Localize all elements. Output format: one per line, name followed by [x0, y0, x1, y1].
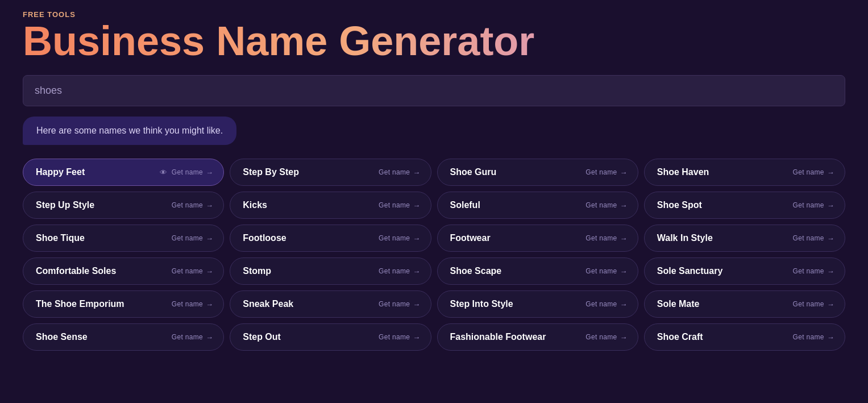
name-card-label-step-by-step: Step By Step [243, 167, 299, 177]
name-card-sneak-peak[interactable]: Sneak PeakGet name → [230, 290, 431, 318]
arrow-icon: → [620, 168, 627, 177]
arrow-icon: → [620, 267, 627, 276]
name-card-label-footloose: Footloose [243, 233, 286, 243]
arrow-icon: → [827, 234, 834, 243]
name-card-label-shoe-haven: Shoe Haven [657, 167, 709, 177]
arrow-icon: → [206, 333, 213, 342]
name-card-action-step-up-style[interactable]: Get name → [172, 201, 213, 210]
name-card-action-shoe-scape[interactable]: Get name → [585, 267, 627, 276]
name-card-label-sole-sanctuary: Sole Sanctuary [657, 266, 723, 276]
name-card-label-step-into-style: Step Into Style [450, 299, 513, 309]
arrow-icon: → [827, 267, 834, 276]
name-card-sole-mate[interactable]: Sole MateGet name → [644, 290, 845, 318]
name-card-action-shoe-spot[interactable]: Get name → [793, 201, 834, 210]
arrow-icon: → [827, 333, 834, 342]
name-card-action-walk-in-style[interactable]: Get name → [793, 234, 834, 243]
search-bar-wrapper [0, 75, 868, 106]
arrow-icon: → [827, 300, 834, 309]
name-card-label-shoe-spot: Shoe Spot [657, 200, 702, 210]
name-card-action-shoe-guru[interactable]: Get name → [585, 168, 627, 177]
search-input[interactable] [23, 75, 845, 106]
name-card-kicks[interactable]: KicksGet name → [230, 192, 431, 219]
name-card-label-shoe-scape: Shoe Scape [450, 266, 502, 276]
arrow-icon: → [206, 168, 213, 177]
name-card-action-soleful[interactable]: Get name → [585, 201, 627, 210]
name-card-action-fashionable-footwear[interactable]: Get name → [585, 333, 627, 342]
name-card-action-stomp[interactable]: Get name → [379, 267, 420, 276]
arrow-icon: → [413, 234, 420, 243]
name-card-action-shoe-sense[interactable]: Get name → [172, 333, 213, 342]
name-card-label-shoe-sense: Shoe Sense [36, 332, 88, 342]
name-card-shoe-craft[interactable]: Shoe CraftGet name → [644, 323, 845, 351]
name-card-label-fashionable-footwear: Fashionable Footwear [450, 332, 546, 342]
name-card-shoe-tique[interactable]: Shoe TiqueGet name → [23, 225, 224, 252]
name-card-action-the-shoe-emporium[interactable]: Get name → [172, 300, 213, 309]
name-card-action-shoe-haven[interactable]: Get name → [793, 168, 834, 177]
name-card-soleful[interactable]: SolefulGet name → [437, 192, 638, 219]
name-card-step-by-step[interactable]: Step By StepGet name → [230, 159, 431, 186]
name-card-label-happy-feet: Happy Feet [36, 167, 85, 177]
name-card-label-sole-mate: Sole Mate [657, 299, 700, 309]
name-card-action-happy-feet[interactable]: 👁Get name → [160, 168, 214, 177]
name-card-action-step-out[interactable]: Get name → [379, 333, 420, 342]
name-card-label-footwear: Footwear [450, 233, 491, 243]
arrow-icon: → [827, 201, 834, 210]
name-card-shoe-spot[interactable]: Shoe SpotGet name → [644, 192, 845, 219]
name-card-comfortable-soles[interactable]: Comfortable SolesGet name → [23, 257, 224, 285]
arrow-icon: → [206, 234, 213, 243]
name-card-action-kicks[interactable]: Get name → [379, 201, 420, 210]
name-card-action-footwear[interactable]: Get name → [585, 234, 627, 243]
name-card-the-shoe-emporium[interactable]: The Shoe EmporiumGet name → [23, 290, 224, 318]
name-card-footwear[interactable]: FootwearGet name → [437, 225, 638, 252]
name-card-fashionable-footwear[interactable]: Fashionable FootwearGet name → [437, 323, 638, 351]
name-card-sole-sanctuary[interactable]: Sole SanctuaryGet name → [644, 257, 845, 285]
arrow-icon: → [413, 201, 420, 210]
name-card-label-the-shoe-emporium: The Shoe Emporium [36, 299, 124, 309]
name-card-step-out[interactable]: Step OutGet name → [230, 323, 431, 351]
arrow-icon: → [413, 267, 420, 276]
name-card-action-comfortable-soles[interactable]: Get name → [172, 267, 213, 276]
name-card-step-up-style[interactable]: Step Up StyleGet name → [23, 192, 224, 219]
name-card-action-shoe-tique[interactable]: Get name → [172, 234, 213, 243]
name-card-stomp[interactable]: StompGet name → [230, 257, 431, 285]
name-card-step-into-style[interactable]: Step Into StyleGet name → [437, 290, 638, 318]
arrow-icon: → [206, 201, 213, 210]
arrow-icon: → [206, 300, 213, 309]
arrow-icon: → [413, 333, 420, 342]
free-tools-label: FREE TOOLS [23, 10, 845, 19]
name-card-shoe-sense[interactable]: Shoe SenseGet name → [23, 323, 224, 351]
name-card-footloose[interactable]: FootlooseGet name → [230, 225, 431, 252]
name-card-action-sole-mate[interactable]: Get name → [793, 300, 834, 309]
arrow-icon: → [413, 300, 420, 309]
arrow-icon: → [620, 201, 627, 210]
name-card-label-shoe-guru: Shoe Guru [450, 167, 497, 177]
name-card-label-shoe-craft: Shoe Craft [657, 332, 703, 342]
arrow-icon: → [620, 234, 627, 243]
name-card-action-sole-sanctuary[interactable]: Get name → [793, 267, 834, 276]
name-card-label-walk-in-style: Walk In Style [657, 233, 713, 243]
arrow-icon: → [620, 333, 627, 342]
name-card-action-footloose[interactable]: Get name → [379, 234, 420, 243]
name-card-label-shoe-tique: Shoe Tique [36, 233, 85, 243]
names-grid: Happy Feet👁Get name →Step By StepGet nam… [0, 159, 868, 351]
name-card-label-step-up-style: Step Up Style [36, 200, 94, 210]
main-title: Business Name Generator [23, 19, 845, 64]
arrow-icon: → [827, 168, 834, 177]
name-card-action-step-by-step[interactable]: Get name → [379, 168, 420, 177]
name-card-shoe-haven[interactable]: Shoe HavenGet name → [644, 159, 845, 186]
arrow-icon: → [620, 300, 627, 309]
header: FREE TOOLS Business Name Generator [0, 0, 868, 75]
arrow-icon: → [206, 267, 213, 276]
name-card-label-step-out: Step Out [243, 332, 281, 342]
name-card-walk-in-style[interactable]: Walk In StyleGet name → [644, 225, 845, 252]
name-card-happy-feet[interactable]: Happy Feet👁Get name → [23, 159, 224, 186]
name-card-shoe-scape[interactable]: Shoe ScapeGet name → [437, 257, 638, 285]
name-card-label-comfortable-soles: Comfortable Soles [36, 266, 116, 276]
name-card-label-soleful: Soleful [450, 200, 480, 210]
name-card-action-shoe-craft[interactable]: Get name → [793, 333, 834, 342]
name-card-label-kicks: Kicks [243, 200, 267, 210]
speech-bubble: Here are some names we think you might l… [23, 117, 236, 145]
name-card-shoe-guru[interactable]: Shoe GuruGet name → [437, 159, 638, 186]
name-card-action-sneak-peak[interactable]: Get name → [379, 300, 420, 309]
name-card-action-step-into-style[interactable]: Get name → [585, 300, 627, 309]
